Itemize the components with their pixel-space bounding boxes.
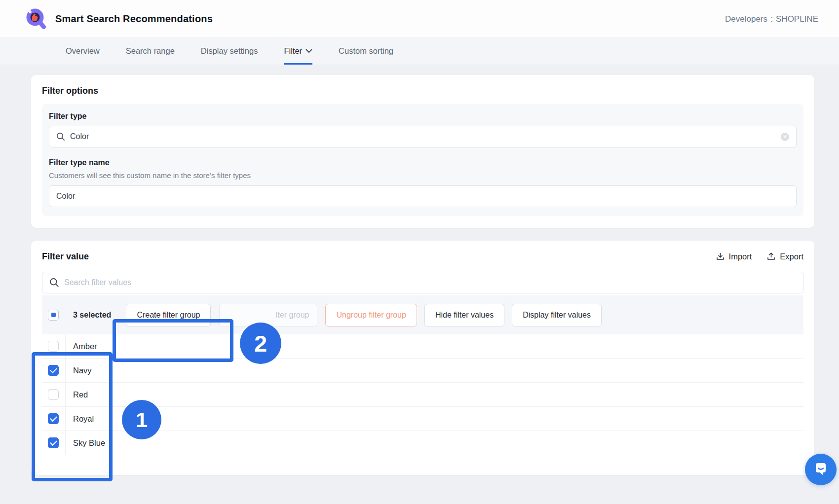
chat-launcher-button[interactable]: [805, 454, 837, 485]
row-checkbox-cell: [42, 359, 66, 382]
export-icon: [766, 252, 776, 261]
filter-type-name-field[interactable]: [49, 185, 797, 207]
logo-icon: [25, 7, 47, 31]
filter-type-name-hint: Customers will see this custom name in t…: [49, 171, 797, 180]
row-label: Sky Blue: [66, 431, 105, 455]
tab-filter-label: Filter: [284, 46, 302, 56]
filter-options-panel: Filter type ✕ Filter type name Customers…: [42, 104, 803, 216]
tab-display-settings[interactable]: Display settings: [201, 38, 258, 65]
hide-filter-values-button[interactable]: Hide filter values: [424, 304, 504, 326]
filter-type-label: Filter type: [49, 112, 797, 121]
row-label: Amber: [66, 334, 97, 358]
tab-filter[interactable]: Filter: [284, 38, 312, 65]
tab-bar: Overview Search range Display settings F…: [0, 37, 839, 65]
export-label: Export: [780, 252, 803, 261]
chat-icon: [812, 461, 829, 478]
tab-overview[interactable]: Overview: [66, 38, 100, 65]
filter-value-row: Navy: [42, 359, 803, 383]
ungroup-filter-group-button[interactable]: Ungroup filter group: [325, 304, 417, 326]
filter-type-name-input[interactable]: [56, 192, 789, 201]
row-checkbox-checked[interactable]: [48, 437, 59, 448]
filter-type-input[interactable]: [70, 132, 776, 141]
page-title: Smart Search Recommendations: [55, 13, 213, 25]
developers-label: Developers：SHOPLINE: [725, 13, 818, 25]
import-label: Import: [729, 252, 752, 261]
row-label: Royal: [66, 407, 94, 431]
import-button[interactable]: Import: [716, 252, 752, 261]
filter-value-row: Amber: [42, 334, 803, 359]
row-label: Red: [66, 383, 88, 406]
clear-icon[interactable]: ✕: [781, 133, 789, 141]
filter-value-row: Royal: [42, 407, 803, 431]
export-button[interactable]: Export: [766, 252, 803, 261]
select-all-checkbox[interactable]: [48, 310, 59, 321]
filter-value-search-input[interactable]: [64, 278, 796, 287]
filter-value-table-body: AmberNavyRedRoyalSky Blue: [42, 334, 803, 455]
edit-filter-group-button-partial: lter group: [219, 304, 317, 326]
filter-options-card: Filter options Filter type ✕ Filter type…: [31, 75, 814, 228]
row-checkbox-unchecked[interactable]: [48, 389, 59, 400]
tab-search-range[interactable]: Search range: [126, 38, 175, 65]
filter-type-select[interactable]: ✕: [49, 126, 797, 147]
app-header: Smart Search Recommendations Developers：…: [0, 0, 839, 37]
search-icon: [56, 132, 65, 141]
row-checkbox-checked[interactable]: [48, 365, 59, 376]
search-icon: [49, 278, 59, 288]
row-checkbox-unchecked[interactable]: [48, 341, 59, 352]
row-checkbox-cell: [42, 431, 66, 455]
filter-value-title: Filter value: [42, 252, 89, 262]
filter-type-name-label: Filter type name: [49, 158, 797, 167]
filter-value-row: Sky Blue: [42, 431, 803, 455]
filter-value-search[interactable]: [42, 272, 803, 293]
row-checkbox-cell: [42, 383, 66, 406]
create-filter-group-button[interactable]: Create filter group: [126, 304, 211, 326]
selected-count: 3 selected: [73, 311, 111, 320]
import-icon: [716, 252, 725, 261]
filter-value-row: Red: [42, 383, 803, 407]
row-checkbox-checked[interactable]: [48, 413, 59, 424]
row-checkbox-cell: [42, 334, 66, 358]
chevron-down-icon: [305, 49, 312, 53]
filter-options-title: Filter options: [42, 86, 803, 96]
row-checkbox-cell: [42, 407, 66, 431]
row-label: Navy: [66, 359, 92, 382]
filter-value-card: Filter value Import Export 3 selected C: [31, 241, 814, 475]
display-filter-values-button[interactable]: Display filter values: [512, 304, 602, 326]
tab-custom-sorting[interactable]: Custom sorting: [339, 38, 393, 65]
selection-toolbar: 3 selected Create filter group lter grou…: [42, 295, 803, 334]
